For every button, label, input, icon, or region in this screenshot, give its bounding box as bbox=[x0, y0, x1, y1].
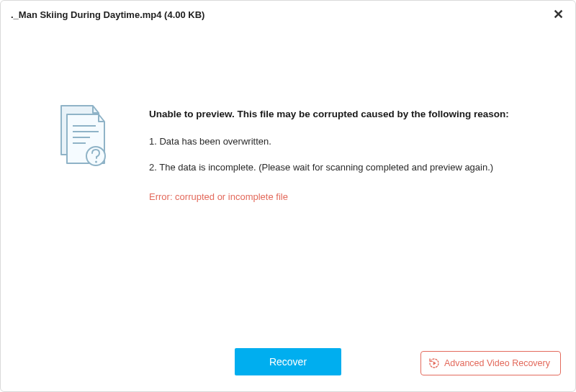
reason-1: 1. Data has been overwritten. bbox=[149, 135, 539, 149]
reason-2: 2. The data is incomplete. (Please wait … bbox=[149, 160, 539, 175]
headline-text: Unable to preview. This file may be corr… bbox=[149, 107, 539, 122]
preview-dialog: ._Man Skiing During Daytime.mp4 (4.00 KB… bbox=[0, 0, 576, 392]
corrupted-file-icon bbox=[51, 104, 120, 335]
recover-button[interactable]: Recover bbox=[235, 348, 341, 375]
file-title: ._Man Skiing During Daytime.mp4 (4.00 KB… bbox=[11, 9, 204, 20]
advanced-recovery-button[interactable]: Advanced Video Recovery bbox=[420, 351, 561, 375]
titlebar: ._Man Skiing During Daytime.mp4 (4.00 KB… bbox=[1, 1, 575, 28]
footer: Recover Advanced Video Recovery bbox=[1, 335, 575, 391]
advanced-recovery-label: Advanced Video Recovery bbox=[444, 358, 550, 368]
message-column: Unable to preview. This file may be corr… bbox=[120, 107, 546, 335]
recovery-icon bbox=[428, 357, 440, 369]
content-area: Unable to preview. This file may be corr… bbox=[1, 28, 575, 335]
svg-point-5 bbox=[95, 161, 97, 163]
svg-marker-6 bbox=[433, 361, 436, 365]
error-message: Error: corrupted or incomplete file bbox=[149, 191, 539, 202]
close-icon[interactable]: ✕ bbox=[550, 6, 567, 22]
